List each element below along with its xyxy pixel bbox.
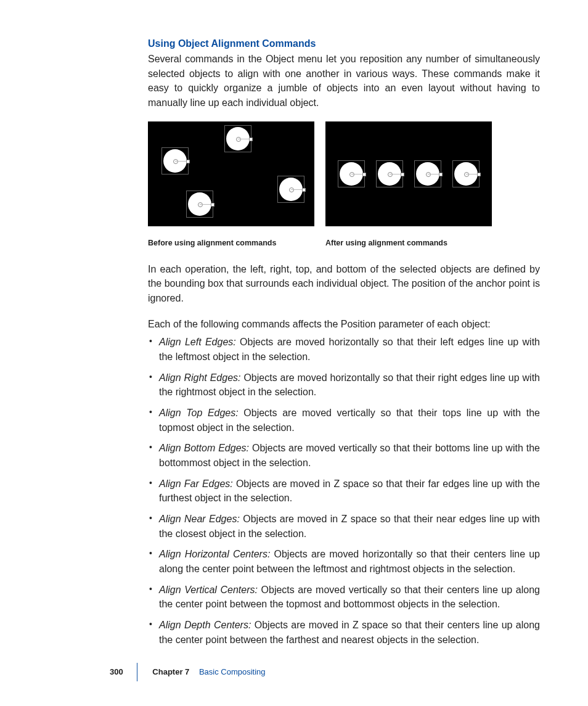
caption-after: After using alignment commands — [325, 232, 492, 247]
term: Align Depth Centers: — [159, 620, 251, 630]
term: Align Near Edges: — [159, 514, 240, 524]
term: Align Far Edges: — [159, 478, 233, 489]
intro-paragraph: Several commands in the Object menu let … — [148, 52, 540, 110]
list-item: Align Bottom Edges: Objects are moved ve… — [159, 441, 540, 470]
term: Align Horizontal Centers: — [159, 549, 270, 559]
figure-after — [325, 121, 492, 226]
term: Align Bottom Edges: — [159, 443, 249, 453]
command-list: Align Left Edges: Objects are moved hori… — [148, 335, 540, 647]
bbox-paragraph: In each operation, the left, right, top,… — [148, 262, 540, 306]
term: Align Right Edges: — [159, 372, 241, 383]
effect-paragraph: Each of the following commands affects t… — [148, 317, 540, 332]
list-item: Align Depth Centers: Objects are moved i… — [159, 618, 540, 647]
page-footer: 300 Chapter 7 Basic Compositing — [0, 667, 588, 676]
caption-before: Before using alignment commands — [148, 232, 314, 247]
list-item: Align Right Edges: Objects are moved hor… — [159, 371, 540, 400]
list-item: Align Vertical Centers: Objects are move… — [159, 583, 540, 612]
list-item: Align Far Edges: Objects are moved in Z … — [159, 477, 540, 506]
section-heading: Using Object Alignment Commands — [148, 38, 540, 49]
chapter-title: Basic Compositing — [199, 667, 266, 676]
list-item: Align Top Edges: Objects are moved verti… — [159, 406, 540, 435]
list-item: Align Left Edges: Objects are moved hori… — [159, 335, 540, 364]
chapter-label: Chapter 7 — [152, 667, 189, 676]
figure-row — [148, 121, 540, 226]
list-item: Align Horizontal Centers: Objects are mo… — [159, 547, 540, 576]
term: Align Top Edges: — [159, 408, 239, 418]
figure-before — [148, 121, 314, 226]
list-item: Align Near Edges: Objects are moved in Z… — [159, 512, 540, 541]
term: Align Vertical Centers: — [159, 585, 258, 595]
term: Align Left Edges: — [159, 337, 236, 347]
page-number: 300 — [110, 667, 123, 676]
